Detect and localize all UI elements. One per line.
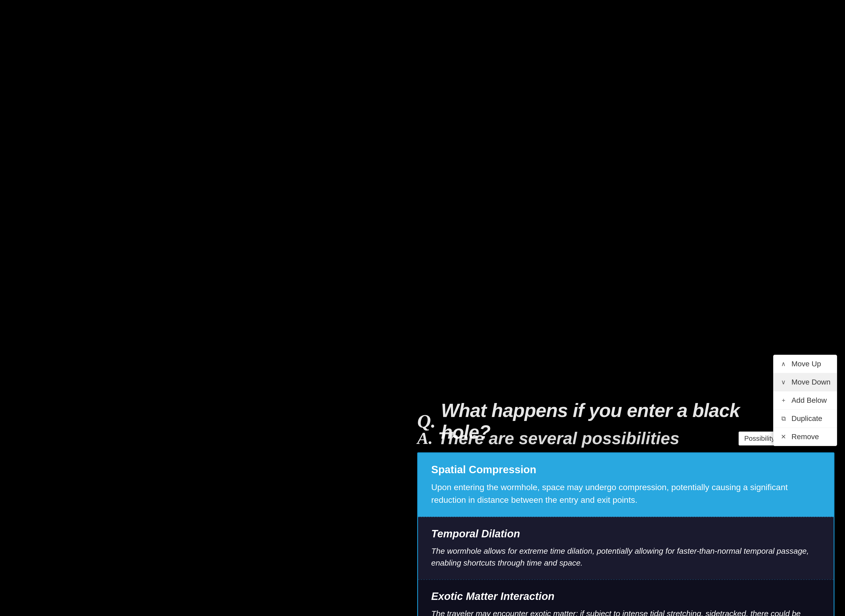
card-3-body: The traveler may encounter exotic matter…: [431, 607, 820, 616]
chevron-down-icon: ∨: [780, 378, 787, 386]
answer-row: A. There are several possibilities Possi…: [417, 428, 829, 448]
context-menu-remove[interactable]: ✕ Remove: [773, 428, 837, 446]
context-menu-move-down[interactable]: ∨ Move Down: [773, 373, 837, 392]
plus-icon: +: [780, 397, 787, 404]
answer-icon: A.: [417, 428, 433, 448]
card-3-title: Exotic Matter Interaction: [431, 590, 820, 602]
copy-icon: ⧉: [780, 415, 787, 422]
context-menu-add-below[interactable]: + Add Below: [773, 392, 837, 410]
card-exotic-matter: Exotic Matter Interaction The traveler m…: [418, 579, 834, 616]
times-icon: ✕: [780, 433, 787, 440]
card-temporal-dilation: Temporal Dilation The wormhole allows fo…: [418, 517, 834, 579]
add-below-label: Add Below: [791, 396, 827, 405]
answer-label: There are several possibilities: [438, 428, 733, 448]
card-2-title: Temporal Dilation: [431, 528, 820, 540]
remove-label: Remove: [791, 433, 819, 441]
duplicate-label: Duplicate: [791, 414, 822, 423]
content-area: ∧ Move Up ∨ Move Down + Add Below ⧉ Dupl…: [396, 326, 845, 616]
context-menu: ∧ Move Up ∨ Move Down + Add Below ⧉ Dupl…: [773, 355, 837, 446]
card-spatial-compression: Spatial Compression Upon entering the wo…: [418, 453, 834, 517]
context-menu-duplicate[interactable]: ⧉ Duplicate: [773, 410, 837, 428]
card-1-title: Spatial Compression: [431, 464, 820, 475]
card-2-body: The wormhole allows for extreme time dil…: [431, 545, 820, 569]
move-up-label: Move Up: [791, 360, 821, 368]
context-menu-move-up[interactable]: ∧ Move Up: [773, 355, 837, 373]
cards-container: Spatial Compression Upon entering the wo…: [417, 452, 835, 616]
move-down-label: Move Down: [791, 378, 830, 386]
card-1-body: Upon entering the wormhole, space may un…: [431, 481, 820, 506]
chevron-up-icon: ∧: [780, 360, 787, 368]
